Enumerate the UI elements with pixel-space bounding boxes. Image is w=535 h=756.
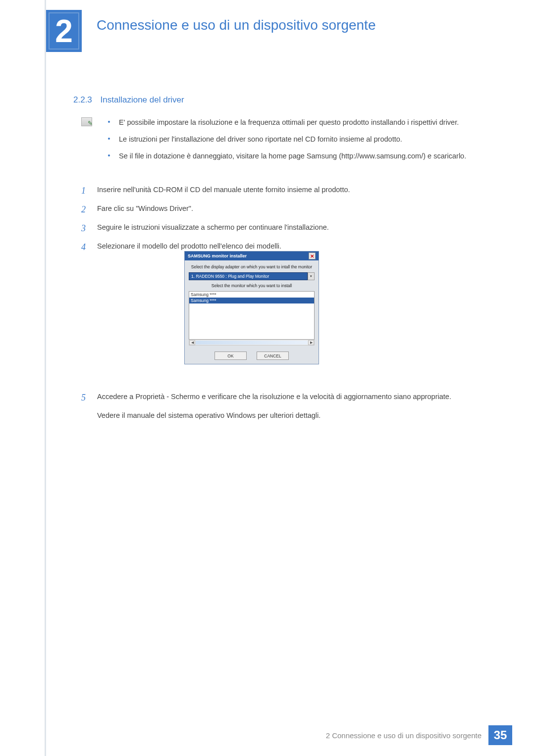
chapter-number: 2 bbox=[49, 12, 79, 50]
step-text: Seguire le istruzioni visualizzate a sch… bbox=[97, 222, 478, 236]
page-number: 35 bbox=[488, 725, 512, 745]
note-bullet: Se il file in dotazione è danneggiato, v… bbox=[108, 151, 477, 162]
installer-button-row: OK CANCEL bbox=[189, 352, 315, 360]
step-number: 1 bbox=[81, 184, 97, 198]
installer-dialog: SAMSUNG monitor installer ✕ Select the d… bbox=[184, 251, 319, 364]
installer-titlebar: SAMSUNG monitor installer ✕ bbox=[185, 252, 319, 260]
section-heading: 2.2.3 Installazione del driver bbox=[73, 95, 184, 105]
scroll-track[interactable] bbox=[196, 341, 308, 345]
step-item: 3 Seguire le istruzioni visualizzate a s… bbox=[81, 222, 478, 236]
chevron-down-icon[interactable]: ▾ bbox=[308, 272, 315, 280]
step-number: 3 bbox=[81, 222, 97, 236]
list-item[interactable]: Samsung **** bbox=[189, 298, 314, 303]
note-bullet: Le istruzioni per l'installazione del dr… bbox=[108, 134, 477, 145]
section-number: 2.2.3 bbox=[73, 95, 92, 104]
cancel-button[interactable]: CANCEL bbox=[257, 352, 289, 360]
monitor-list[interactable]: Samsung **** Samsung **** bbox=[189, 291, 315, 340]
installer-title-text: SAMSUNG monitor installer bbox=[188, 253, 247, 258]
close-icon[interactable]: ✕ bbox=[309, 252, 316, 259]
scroll-right-icon[interactable]: ▶ bbox=[308, 340, 314, 345]
page-footer: 2 Connessione e uso di un dispositivo so… bbox=[326, 725, 512, 745]
step-item: 2 Fare clic su "Windows Driver". bbox=[81, 203, 478, 217]
installer-label-2: Select the monitor which you want to ins… bbox=[189, 283, 315, 288]
step-number: 4 bbox=[81, 241, 97, 254]
step-number: 2 bbox=[81, 203, 97, 217]
ok-button[interactable]: OK bbox=[214, 352, 247, 360]
adapter-select-text: 1. RADEON 9550 : Plug and Play Monitor bbox=[189, 272, 308, 280]
chapter-badge: 2 bbox=[46, 10, 82, 52]
list-item[interactable]: Samsung **** bbox=[189, 292, 314, 298]
footer-text: 2 Connessione e uso di un dispositivo so… bbox=[326, 731, 482, 740]
scroll-left-icon[interactable]: ◀ bbox=[189, 340, 195, 345]
horizontal-scrollbar[interactable]: ◀ ▶ bbox=[189, 340, 315, 346]
left-vertical-rule bbox=[45, 0, 46, 756]
step-text: Fare clic su "Windows Driver". bbox=[97, 203, 478, 217]
installer-label-1: Select the display adapter on which you … bbox=[189, 264, 315, 269]
step-list-a: 1 Inserire nell'unità CD-ROM il CD del m… bbox=[81, 184, 478, 259]
step-list-b: 5 Accedere a Proprietà - Schermo e verif… bbox=[81, 391, 478, 421]
chapter-title: Connessione e uso di un dispositivo sorg… bbox=[97, 17, 375, 33]
note-icon bbox=[81, 117, 92, 126]
step-text: Accedere a Proprietà - Schermo e verific… bbox=[97, 391, 478, 405]
adapter-select[interactable]: 1. RADEON 9550 : Plug and Play Monitor ▾ bbox=[189, 272, 315, 280]
step-item: 1 Inserire nell'unità CD-ROM il CD del m… bbox=[81, 184, 478, 198]
installer-body: Select the display adapter on which you … bbox=[185, 260, 319, 364]
step-extra-text: Vedere il manuale del sistema operativo … bbox=[97, 410, 478, 421]
step-text: Inserire nell'unità CD-ROM il CD del man… bbox=[97, 184, 478, 198]
note-bullet: E' possibile impostare la risoluzione e … bbox=[108, 117, 477, 128]
section-title: Installazione del driver bbox=[101, 95, 184, 104]
note-bullet-list: E' possibile impostare la risoluzione e … bbox=[108, 117, 477, 167]
step-number: 5 bbox=[81, 391, 97, 405]
step-item: 5 Accedere a Proprietà - Schermo e verif… bbox=[81, 391, 478, 405]
